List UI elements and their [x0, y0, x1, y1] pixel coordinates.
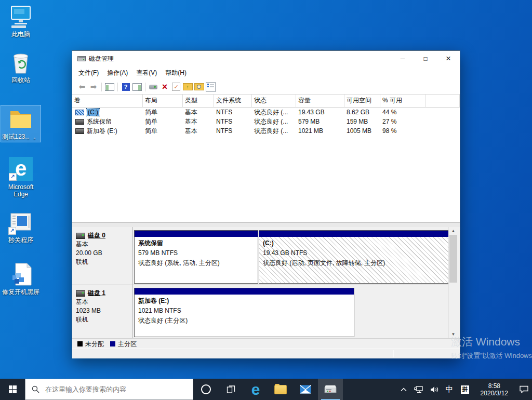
- desktop-icon-test-folder[interactable]: 测试123.。。: [1, 105, 41, 142]
- desktop-icon-label: 修复开机黑屏: [1, 288, 41, 296]
- delete-volume-icon[interactable]: ×: [159, 81, 170, 92]
- disk-row-separator: [72, 285, 448, 285]
- checklist-icon[interactable]: [205, 81, 216, 92]
- desktop-icon-edge[interactable]: e↗ Microsoft Edge: [1, 156, 41, 199]
- partition-status: 状态良好 (系统, 活动, 主分区): [138, 258, 254, 268]
- edge-taskbar-button[interactable]: e: [243, 379, 268, 400]
- partition-name: (C:): [263, 238, 445, 248]
- toolbar: ⇐ ⇒ ? × ✓ ↑: [72, 79, 460, 95]
- menu-file[interactable]: 文件(F): [74, 67, 103, 79]
- tray-date: 2020/3/12: [481, 390, 508, 397]
- ime-language-button[interactable]: 中: [442, 379, 457, 400]
- forward-icon[interactable]: ⇒: [88, 81, 99, 92]
- action-pane-icon[interactable]: [131, 81, 143, 92]
- task-view-button[interactable]: [218, 379, 243, 400]
- disk-column-divider: [132, 227, 133, 338]
- cell-layout: 简单: [143, 108, 183, 117]
- desktop-icon-app[interactable]: ↗ 秒关程序: [1, 209, 41, 245]
- desktop-icon-recycle-bin[interactable]: 回收站: [1, 49, 41, 85]
- menu-bar: 文件(F) 操作(A) 查看(V) 帮助(H): [72, 66, 460, 79]
- menu-help[interactable]: 帮助(H): [161, 67, 191, 79]
- volume-list-pane: 卷 布局 类型 文件系统 状态 容量 可用空间 % 可用 (C:) 简单 基本 …: [72, 94, 460, 223]
- maximize-button[interactable]: □: [414, 51, 437, 66]
- registry-file-icon: [8, 262, 33, 287]
- column-header-layout[interactable]: 布局: [143, 95, 183, 108]
- close-button[interactable]: ×: [437, 51, 460, 66]
- column-header-capacity[interactable]: 容量: [296, 95, 344, 108]
- cell-layout: 简单: [143, 126, 183, 136]
- partition-status: 状态良好 (主分区): [138, 316, 350, 326]
- action-center-button[interactable]: [516, 379, 532, 400]
- taskbar-search[interactable]: [25, 379, 193, 400]
- disk-management-taskbar-button[interactable]: [318, 379, 343, 400]
- cell-type: 基本: [183, 126, 214, 136]
- minimize-button[interactable]: ─: [391, 51, 414, 66]
- clock-button[interactable]: 8:58 2020/3/12: [473, 379, 516, 400]
- desktop-icon-label: 此电脑: [1, 31, 41, 38]
- menu-view[interactable]: 查看(V): [132, 67, 161, 79]
- back-icon[interactable]: ⇐: [76, 81, 88, 92]
- column-header-volume[interactable]: 卷: [72, 95, 143, 108]
- search-input[interactable]: [44, 385, 193, 394]
- cell-pct: 27 %: [380, 117, 425, 126]
- mark-active-icon[interactable]: ✓: [170, 81, 182, 92]
- file-explorer-button[interactable]: [268, 379, 293, 400]
- partition-system-reserved[interactable]: 系统保留 579 MB NTFS 状态良好 (系统, 活动, 主分区): [134, 230, 258, 284]
- taskbar: e: [0, 379, 532, 400]
- toolbar-separator: [145, 83, 145, 91]
- partition-new-volume-e[interactable]: 新加卷 (E:) 1021 MB NTFS 状态良好 (主分区): [134, 288, 354, 337]
- scroll-down-icon[interactable]: ▼: [449, 330, 458, 338]
- menu-action[interactable]: 操作(A): [103, 67, 132, 79]
- edge-icon: e↗: [8, 157, 33, 182]
- window-title: 磁盘管理: [89, 55, 114, 63]
- column-header-status[interactable]: 状态: [252, 95, 296, 108]
- ime-mode-button[interactable]: 拼: [457, 379, 473, 400]
- cell-layout: 简单: [143, 117, 183, 126]
- column-header-type[interactable]: 类型: [183, 95, 214, 108]
- disk-size: 20.00 GB: [76, 249, 132, 258]
- scroll-up-icon[interactable]: ▲: [449, 227, 458, 235]
- edge-icon: e: [251, 382, 260, 397]
- cell-pct: 98 %: [380, 126, 425, 136]
- volume-row-new-volume-e[interactable]: 新加卷 (E:) 简单 基本 NTFS 状态良好 (... 1021 MB 10…: [72, 126, 460, 136]
- device-properties-icon[interactable]: [148, 81, 159, 92]
- cell-capacity: 19.43 GB: [296, 108, 344, 117]
- folder-search-icon[interactable]: [193, 81, 205, 92]
- volume-row-system-reserved[interactable]: 系统保留 简单 基本 NTFS 状态良好 (... 579 MB 159 MB …: [72, 117, 460, 126]
- help-icon[interactable]: ?: [120, 81, 131, 92]
- cell-filesystem: NTFS: [214, 108, 252, 117]
- task-view-icon: [227, 385, 235, 394]
- volume-row-c[interactable]: (C:) 简单 基本 NTFS 状态良好 (... 19.43 GB 8.62 …: [72, 108, 460, 117]
- network-button[interactable]: [410, 379, 427, 400]
- cell-capacity: 1021 MB: [296, 126, 344, 136]
- start-button[interactable]: [0, 379, 25, 400]
- column-header-free-space[interactable]: 可用空间: [344, 95, 380, 108]
- column-header-filesystem[interactable]: 文件系统: [214, 95, 252, 108]
- volume-button[interactable]: [427, 379, 442, 400]
- vertical-scrollbar[interactable]: ▲ ▼: [448, 227, 458, 338]
- column-header-pct-free[interactable]: % 可用: [380, 95, 425, 108]
- disk1-label[interactable]: 磁盘 1 基本 1023 MB 联机: [76, 289, 132, 324]
- scrollbar-thumb[interactable]: [449, 235, 457, 283]
- mail-button[interactable]: [293, 379, 318, 400]
- disk-status: 联机: [76, 258, 132, 266]
- legend-primary-partition: 主分区: [118, 340, 137, 349]
- cell-pct: 44 %: [380, 108, 425, 117]
- folder-up-icon[interactable]: ↑: [182, 81, 193, 92]
- partition-c-selected[interactable]: (C:) 19.43 GB NTFS 状态良好 (启动, 页面文件, 故障转储,…: [259, 230, 449, 284]
- volume-icon: [75, 119, 84, 125]
- status-bar-divider: [393, 350, 394, 357]
- legend-bar: 未分配 主分区: [72, 338, 460, 349]
- console-tree-icon[interactable]: [104, 81, 115, 92]
- title-bar[interactable]: 磁盘管理 ─ □ ×: [72, 51, 460, 66]
- disk-graph-pane: 磁盘 0 基本 20.00 GB 联机 系统保留 579 MB NTFS 状态良…: [72, 227, 460, 338]
- disk-type: 基本: [76, 240, 132, 249]
- disk-management-icon: [324, 384, 337, 394]
- disk0-label[interactable]: 磁盘 0 基本 20.00 GB 联机: [76, 231, 132, 266]
- tray-chevron-button[interactable]: [397, 379, 410, 400]
- cortana-button[interactable]: [193, 379, 218, 400]
- partition-name: 新加卷 (E:): [138, 296, 350, 306]
- shortcut-arrow-icon: ↗: [9, 173, 17, 181]
- desktop-icon-registry-fix[interactable]: 修复开机黑屏: [1, 261, 41, 297]
- desktop-icon-this-pc[interactable]: 此电脑: [1, 3, 41, 39]
